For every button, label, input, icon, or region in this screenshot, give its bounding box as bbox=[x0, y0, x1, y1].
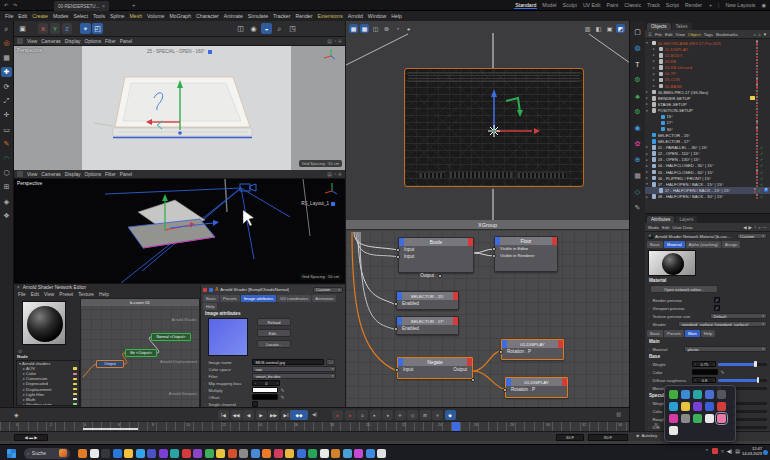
search-icon[interactable]: ⌕ bbox=[754, 32, 756, 37]
layout-tab[interactable]: Classic bbox=[623, 2, 642, 9]
timeline-ruler[interactable]: 0246810121416182022242628303234363840 bbox=[0, 421, 629, 431]
expander-icon[interactable]: ▸ bbox=[646, 164, 650, 168]
palette-icon[interactable]: ▦ bbox=[632, 171, 643, 181]
taskbar-app-icon[interactable] bbox=[78, 449, 87, 458]
render-tool-icon[interactable]: ◉ bbox=[248, 23, 259, 34]
menu-item[interactable]: File bbox=[5, 13, 13, 19]
timeline-scrollbar[interactable]: ◀ ▬ ▶ bbox=[14, 434, 48, 441]
taskbar-app-icon[interactable] bbox=[297, 449, 306, 458]
transport-button[interactable]: I◀ bbox=[218, 410, 229, 420]
menu-item[interactable]: Select bbox=[73, 13, 87, 19]
range-frame-stepper[interactable]: 90 F bbox=[588, 434, 628, 441]
shader-graph-canvas[interactable]: b-cover 01 Output file <Output> Normal <… bbox=[80, 298, 200, 408]
visibility-dots[interactable] bbox=[756, 47, 758, 52]
tray-popup-icon[interactable] bbox=[693, 390, 702, 399]
forward-icon[interactable]: ▶ bbox=[749, 225, 752, 230]
keyframe-range-button[interactable]: ◆◆ bbox=[290, 410, 308, 420]
record-button[interactable]: ○ bbox=[357, 410, 368, 420]
shader-dropdown[interactable]: standard_surface (standard_surface)▾ bbox=[678, 321, 767, 327]
shader-menu-item[interactable]: Texture bbox=[78, 292, 94, 297]
visibility-dots[interactable] bbox=[756, 182, 758, 187]
taskbar-app-icon[interactable] bbox=[239, 449, 248, 458]
layer-chip[interactable] bbox=[750, 109, 755, 113]
tool-icon[interactable]: ❖ bbox=[1, 211, 12, 221]
expander-icon[interactable]: ▸ bbox=[646, 152, 650, 156]
transport-button[interactable]: ▶ bbox=[256, 410, 267, 420]
taskbar-app-icon[interactable] bbox=[354, 449, 363, 458]
document-tab[interactable]: 00-RENDERSETU... × bbox=[54, 1, 109, 11]
shader-menu-item[interactable]: Preset bbox=[59, 292, 73, 297]
tray-popup-icon[interactable] bbox=[705, 390, 714, 399]
search-highlight-thumb[interactable] bbox=[59, 449, 67, 457]
menu-item[interactable]: Create bbox=[32, 13, 48, 19]
tray-popup-icon[interactable] bbox=[669, 426, 678, 435]
tool-icon[interactable]: ✛ bbox=[1, 110, 12, 120]
visibility-dots[interactable] bbox=[756, 145, 758, 150]
record-button[interactable]: ◑ bbox=[382, 410, 393, 420]
preset-dropdown[interactable]: Custom▾ bbox=[737, 233, 767, 239]
layer-chip[interactable] bbox=[750, 84, 755, 88]
folder-icon[interactable]: ▤ bbox=[735, 448, 740, 454]
menu-item[interactable]: Animate bbox=[224, 13, 243, 19]
panel-menu-icon[interactable]: ☰ bbox=[648, 32, 652, 37]
input-port[interactable] bbox=[503, 388, 507, 392]
attribute-menu-item[interactable]: User Data bbox=[673, 225, 693, 230]
preset-dropdown[interactable]: Custom▾ bbox=[313, 287, 343, 293]
expander-icon[interactable]: ▾ bbox=[646, 109, 650, 113]
transport-button[interactable]: ▶▶ bbox=[268, 410, 279, 420]
layer-chip[interactable] bbox=[750, 182, 755, 186]
expander-icon[interactable]: ▸ bbox=[653, 84, 657, 88]
node-selector-17[interactable]: SELECTOR - 17° Enabled bbox=[396, 316, 459, 335]
expander-icon[interactable]: ▾ bbox=[646, 182, 650, 186]
viewport-menu-item[interactable]: Panel bbox=[120, 172, 132, 177]
render-tool-icon[interactable]: ◒ bbox=[261, 23, 272, 34]
tool-icon[interactable]: ⤢ bbox=[1, 96, 12, 106]
visibility-dots[interactable] bbox=[756, 151, 758, 156]
taskbar-app-icon[interactable] bbox=[285, 449, 294, 458]
visibility-dots[interactable] bbox=[756, 169, 758, 174]
input-port[interactable] bbox=[499, 350, 503, 354]
texture-preview[interactable] bbox=[208, 318, 248, 356]
volume-icon[interactable]: ◀) bbox=[727, 448, 733, 454]
layer-chip[interactable] bbox=[750, 66, 755, 70]
end-frame-field[interactable]: 30 F bbox=[556, 434, 584, 441]
visibility-dots[interactable] bbox=[756, 120, 758, 125]
base-color-swatch[interactable] bbox=[692, 369, 718, 375]
diffuse-roughness-stepper[interactable]: ‹0.8› bbox=[692, 377, 716, 383]
transport-button[interactable]: ◀◀ bbox=[231, 410, 242, 420]
shader-node-normal[interactable]: Normal <Output> bbox=[151, 333, 191, 341]
autokey-icon[interactable]: ◈ bbox=[636, 433, 639, 438]
attr-tab[interactable]: Material bbox=[664, 241, 685, 248]
palette-icon[interactable]: T bbox=[632, 59, 643, 69]
transport-button[interactable]: ◀ bbox=[243, 410, 254, 420]
visibility-dots[interactable] bbox=[756, 83, 758, 88]
tree-item[interactable]: ▸ Shading state bbox=[17, 402, 79, 406]
taskbar-app-icon[interactable] bbox=[262, 449, 271, 458]
shader-node-file[interactable]: file <Output> bbox=[125, 349, 157, 357]
expander-icon[interactable]: ▸ bbox=[653, 72, 657, 76]
layer-chip[interactable] bbox=[750, 115, 755, 119]
expander-icon[interactable]: ▸ bbox=[653, 66, 657, 70]
expander-icon[interactable]: ▸ bbox=[646, 145, 650, 149]
menu-item[interactable]: Render bbox=[295, 13, 312, 19]
viewport-menu-item[interactable]: Options bbox=[85, 172, 102, 177]
open-network-editor-button[interactable]: Open network editor... bbox=[650, 285, 718, 293]
viewport-preview-checkbox[interactable]: ✓ bbox=[714, 305, 720, 311]
menu-item[interactable]: Simulate bbox=[248, 13, 268, 19]
eye-icon[interactable]: ◉ bbox=[760, 2, 767, 8]
taskbar-app-icon[interactable] bbox=[366, 449, 375, 458]
viewport-menu-item[interactable]: Display bbox=[65, 39, 81, 44]
input-port[interactable] bbox=[396, 255, 400, 259]
expander-icon[interactable]: ▸ bbox=[646, 90, 650, 94]
record-button[interactable]: ≡ bbox=[432, 410, 443, 420]
locate-button[interactable]: Locate... bbox=[257, 340, 291, 348]
tray-popup-icon[interactable] bbox=[693, 414, 702, 423]
viewport2[interactable]: Perspective RS_Layout_1 bbox=[14, 179, 345, 283]
tray-popup-icon[interactable] bbox=[681, 402, 690, 411]
taskbar-app-icon[interactable] bbox=[331, 449, 340, 458]
python-tag-icon[interactable]: P bbox=[764, 188, 768, 192]
attr-tab[interactable]: Alpha (stacking) bbox=[686, 241, 721, 248]
xpresso-editor[interactable]: XGroup Boole Input Input Output Floor Vi… bbox=[345, 220, 629, 407]
output-port[interactable] bbox=[438, 274, 442, 278]
expander-icon[interactable]: ▸ bbox=[653, 47, 657, 51]
